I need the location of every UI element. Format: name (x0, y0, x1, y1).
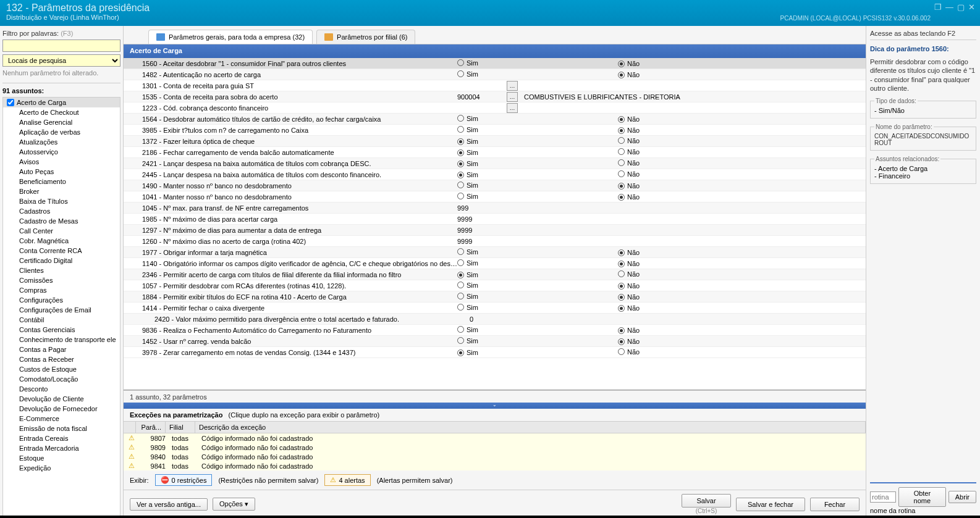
rotina-input[interactable] (870, 491, 896, 503)
radio-nao[interactable]: Não (618, 270, 640, 278)
radio-nao[interactable]: Não (618, 293, 640, 301)
exception-row[interactable]: ⚠9807todasCódigo informado não foi cadas… (124, 433, 866, 443)
radio-sim[interactable]: Sim (457, 304, 478, 311)
radio-sim[interactable]: Sim (457, 349, 478, 356)
param-value[interactable]: 0 (470, 315, 519, 323)
subject-item[interactable]: Contas Gerenciais (3, 325, 120, 335)
radio-sim[interactable]: Sim (457, 326, 478, 333)
radio-sim[interactable]: Sim (457, 193, 478, 200)
subject-item[interactable]: Call Center (3, 226, 120, 236)
radio-nao[interactable]: Não (618, 260, 640, 267)
param-value[interactable]: 9999 (457, 215, 507, 223)
param-row[interactable]: 1041 - Manter nosso nº banco no desdobra… (124, 191, 866, 203)
radio-nao[interactable]: Não (618, 60, 640, 67)
radio-sim[interactable]: Sim (457, 282, 478, 289)
subject-item[interactable]: Beneficiamento (3, 177, 120, 186)
exception-row[interactable]: ⚠9841todasCódigo informado não foi cadas… (124, 461, 866, 470)
subject-item[interactable]: Estoque (3, 453, 120, 463)
minimize-icon[interactable]: — (945, 2, 953, 12)
restore-icon[interactable]: ❐ (934, 2, 942, 12)
tab-filial[interactable]: Parâmetros por filial (6) (316, 30, 415, 44)
radio-nao[interactable]: Não (618, 115, 640, 123)
param-row[interactable]: 1057 - Permitir desdobrar com RCAs difer… (124, 280, 866, 291)
subject-item[interactable]: Devolução de Fornecedor (3, 404, 120, 414)
subject-item[interactable]: Entrada Mercadoria (3, 443, 120, 453)
param-value[interactable]: 9999 (457, 238, 507, 245)
param-row[interactable]: 1490 - Manter nosso nº banco no desdobra… (124, 180, 866, 191)
exception-row[interactable]: ⚠9840todasCódigo informado não foi cadas… (124, 452, 866, 461)
param-value[interactable]: 999 (457, 204, 507, 212)
param-row[interactable]: 2420 - Valor máximo permitido para diver… (124, 314, 866, 325)
radio-nao[interactable]: Não (618, 348, 640, 356)
param-row[interactable]: 1482 - Autenticação no acerto de cargaSi… (124, 69, 866, 80)
subject-item[interactable]: Compras (3, 285, 120, 295)
lookup-button[interactable]: … (507, 103, 518, 113)
radio-nao[interactable]: Não (618, 137, 640, 144)
ver-versao-button[interactable]: Ver a versão antiga... (130, 498, 208, 511)
subject-item[interactable]: Cadastros (3, 206, 120, 216)
param-row[interactable]: 2445 - Lançar despesa na baixa automátic… (124, 169, 866, 180)
abrir-button[interactable]: Abrir (948, 491, 976, 503)
subject-item[interactable]: Configurações de Email (3, 305, 120, 315)
param-row[interactable]: 1564 - Desdobrar automático títulos de c… (124, 114, 866, 125)
param-row[interactable]: 1045 - Nº max. para transf. de NF entre … (124, 203, 866, 214)
subject-item[interactable]: Custos de Estoque (3, 364, 120, 374)
obter-nome-button[interactable]: Obter nome (898, 487, 946, 507)
radio-nao[interactable]: Não (618, 304, 640, 312)
param-row[interactable]: 1297 - Nº máximo de dias para aumentar a… (124, 225, 866, 236)
subject-item[interactable]: Configurações (3, 295, 120, 305)
opcoes-button[interactable]: Opções ▾ (213, 498, 255, 511)
subject-item[interactable]: Contas a Receber (3, 354, 120, 364)
param-row[interactable]: 1372 - Fazer leitura óptica de chequeSim… (124, 136, 866, 147)
subject-item[interactable]: Conhecimento de transporte ele (3, 335, 120, 345)
radio-nao[interactable]: Não (618, 148, 640, 156)
param-row[interactable]: 1140 - Obrigatório informar os campos dí… (124, 258, 866, 269)
subject-item[interactable]: Certificado Digital (3, 256, 120, 265)
param-row[interactable]: 9836 - Realiza o Fechamento Automático d… (124, 325, 866, 336)
subject-item[interactable]: Avisos (3, 157, 120, 167)
param-grid[interactable]: 1560 - Aceitar desdobrar "1 - consumidor… (124, 58, 866, 390)
alertas-button[interactable]: ⚠ 4 alertas (324, 474, 370, 486)
param-row[interactable]: 1260 - Nº máximo dias no acerto de carga… (124, 236, 866, 247)
subject-item[interactable]: Contábil (3, 315, 120, 325)
subject-item[interactable]: Cadastro de Mesas (3, 216, 120, 226)
fechar-button[interactable]: Fechar (810, 498, 860, 511)
param-row[interactable]: 1414 - Permitir fechar o caixa divergent… (124, 303, 866, 314)
radio-nao[interactable]: Não (618, 159, 640, 167)
lookup-button[interactable]: … (507, 92, 518, 102)
subject-item[interactable]: Conta Corrente RCA (3, 246, 120, 256)
subject-item[interactable]: Contas a Pagar (3, 345, 120, 354)
salvar-button[interactable]: Salvar (682, 494, 731, 508)
filter-input[interactable] (2, 40, 120, 52)
subject-item[interactable]: Expedição (3, 463, 120, 473)
subject-item[interactable]: Emissão de nota fiscal (3, 424, 120, 433)
subject-item[interactable]: Comodato/Locação (3, 374, 120, 384)
subject-item[interactable]: Desconto (3, 384, 120, 394)
radio-nao[interactable]: Não (618, 71, 640, 78)
radio-nao[interactable]: Não (618, 249, 640, 256)
locais-select[interactable]: Locais de pesquisa (2, 54, 120, 67)
radio-nao[interactable]: Não (618, 282, 640, 290)
param-row[interactable]: 3985 - Exibir t?tulos com n? de carregam… (124, 125, 866, 136)
radio-nao[interactable]: Não (618, 182, 640, 190)
radio-sim[interactable]: Sim (457, 259, 478, 267)
param-row[interactable]: 1985 - Nº máximo de dias para acertar ca… (124, 214, 866, 225)
radio-sim[interactable]: Sim (457, 171, 478, 178)
radio-nao[interactable]: Não (618, 193, 640, 201)
param-row[interactable]: 1301 - Conta de receita para guia ST… (124, 80, 866, 91)
radio-sim[interactable]: Sim (457, 160, 478, 167)
radio-sim[interactable]: Sim (457, 293, 478, 300)
exception-row[interactable]: ⚠9809todasCódigo informado não foi cadas… (124, 443, 866, 452)
radio-nao[interactable]: Não (618, 338, 640, 345)
param-row[interactable]: 1535 - Conta de receita para sobra do ac… (124, 91, 866, 102)
splitter[interactable]: ⌄ (124, 403, 866, 409)
subject-item[interactable]: Entrada Cereais (3, 433, 120, 443)
radio-sim[interactable]: Sim (457, 115, 478, 122)
radio-sim[interactable]: Sim (457, 126, 478, 133)
close-icon[interactable]: ✕ (968, 2, 975, 12)
radio-sim[interactable]: Sim (457, 337, 478, 345)
radio-sim[interactable]: Sim (457, 59, 478, 67)
lookup-button[interactable]: … (507, 81, 518, 91)
param-row[interactable]: 1223 - Cód. cobrança desconto financeiro… (124, 102, 866, 114)
subject-item[interactable]: Aplicação de verbas (3, 127, 120, 137)
